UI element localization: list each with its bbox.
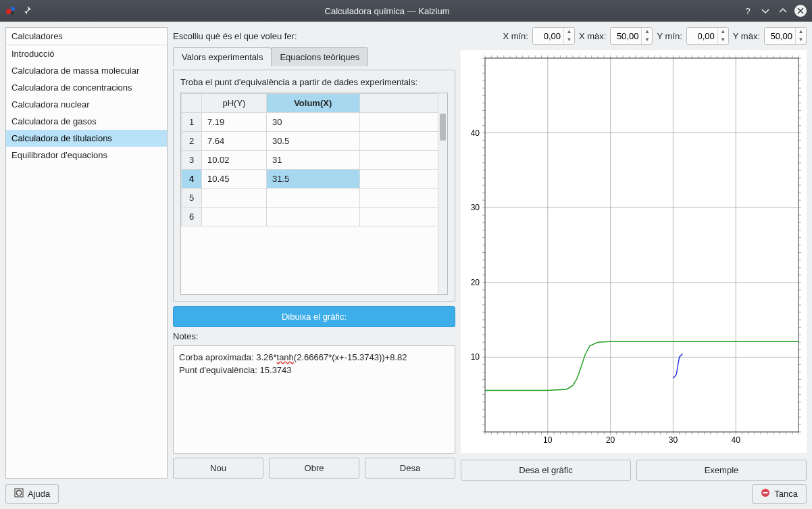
svg-text:20: 20 — [471, 278, 480, 287]
down-arrow-icon[interactable]: ▼ — [564, 36, 574, 44]
svg-point-1 — [11, 7, 15, 11]
down-arrow-icon[interactable]: ▼ — [796, 36, 806, 44]
row-head[interactable]: 6 — [182, 208, 202, 226]
svg-rect-223 — [485, 58, 798, 432]
col-empty — [359, 94, 447, 113]
xmin-input[interactable] — [533, 31, 563, 41]
xmax-label: X màx: — [579, 31, 606, 41]
save-button[interactable]: Desa — [365, 458, 455, 479]
pin-icon[interactable] — [20, 5, 32, 17]
row-head[interactable]: 1 — [182, 113, 202, 132]
up-arrow-icon[interactable]: ▲ — [642, 28, 652, 36]
ymax-spin[interactable]: ▲▼ — [764, 27, 807, 45]
sidebar-item[interactable]: Calculadora nuclear — [6, 96, 167, 113]
open-button[interactable]: Obre — [269, 458, 359, 479]
xmin-label: X mín: — [503, 31, 528, 41]
cell-ph[interactable]: 10.45 — [202, 170, 267, 189]
down-arrow-icon[interactable]: ▼ — [642, 36, 652, 44]
svg-text:10: 10 — [543, 435, 553, 445]
tab-page: Troba el punt d'equivalència a partir de… — [173, 70, 455, 302]
tab-intro: Troba el punt d'equivalència a partir de… — [180, 77, 448, 87]
svg-text:20: 20 — [606, 435, 615, 445]
help-button[interactable]: Ajuda — [5, 484, 59, 504]
down-arrow-icon[interactable]: ▼ — [718, 36, 728, 44]
chart: 1020304010203040 — [461, 50, 807, 453]
col-vol[interactable]: Volum(X) — [266, 94, 359, 113]
titlebar: Calculadora química — Kalzium ? — [0, 0, 812, 22]
ymin-spin[interactable]: ▲▼ — [686, 27, 729, 45]
help-icon[interactable]: ? — [742, 5, 754, 17]
up-arrow-icon[interactable]: ▲ — [564, 28, 574, 36]
close-icon[interactable] — [794, 5, 807, 17]
help-icon — [14, 488, 24, 500]
sidebar-item[interactable]: Calculadora de massa molecular — [6, 62, 167, 79]
close-dialog-icon — [761, 488, 770, 500]
sidebar-item[interactable]: Calculadora de concentracions — [6, 79, 167, 96]
sidebar: Calculadores IntroduccióCalculadora de m… — [5, 27, 168, 479]
cell-vol[interactable]: 30.5 — [266, 132, 359, 151]
cell-ph[interactable] — [202, 208, 267, 226]
ymin-input[interactable] — [687, 31, 717, 41]
cell-vol[interactable] — [266, 189, 359, 208]
data-table-holder: pH(Y) Volum(X) 1 7.19 30 2 7.64 30.5 3 1… — [180, 93, 448, 295]
sidebar-item[interactable]: Introducció — [6, 45, 167, 62]
notes-box[interactable]: Corba aproximada: 3.26*tanh(2.66667*(x+-… — [173, 345, 455, 454]
cell-ph[interactable]: 7.64 — [202, 132, 267, 151]
minimize-icon[interactable] — [759, 5, 771, 17]
window-title: Calculadora química — Kalzium — [32, 6, 742, 16]
col-ph[interactable]: pH(Y) — [202, 94, 267, 113]
sidebar-item[interactable]: Calculadora de gasos — [6, 113, 167, 130]
xmin-spin[interactable]: ▲▼ — [532, 27, 575, 45]
tab-experimental[interactable]: Valors experimentals — [173, 47, 272, 66]
row-head[interactable]: 3 — [182, 151, 202, 170]
sidebar-title: Calculadores — [6, 28, 167, 45]
maximize-icon[interactable] — [777, 5, 789, 17]
cell-vol[interactable]: 31.5 — [266, 170, 359, 189]
table-scrollbar[interactable] — [438, 93, 447, 294]
tabbar: Valors experimentals Equacions teòriques — [173, 47, 455, 66]
sidebar-item[interactable]: Equilibrador d'equacions — [6, 147, 167, 164]
ymin-label: Y mín: — [657, 31, 682, 41]
corner-cell — [182, 94, 202, 113]
cell-ph[interactable]: 10.02 — [202, 151, 267, 170]
cell-vol[interactable]: 30 — [266, 113, 359, 132]
notes-label: Notes: — [173, 331, 455, 341]
sidebar-item[interactable]: Calculadora de titulacions — [6, 130, 167, 147]
svg-rect-227 — [763, 492, 768, 493]
xmax-spin[interactable]: ▲▼ — [610, 27, 653, 45]
row-head[interactable]: 2 — [182, 132, 202, 151]
svg-text:30: 30 — [471, 203, 480, 212]
draw-button[interactable]: Dibuixa el gràfic: — [173, 306, 455, 327]
new-button[interactable]: Nou — [173, 458, 263, 479]
svg-point-2 — [11, 11, 14, 14]
ymax-input[interactable] — [765, 31, 795, 41]
cell-vol[interactable]: 31 — [266, 151, 359, 170]
xmax-input[interactable] — [611, 31, 641, 41]
up-arrow-icon[interactable]: ▲ — [718, 28, 728, 36]
up-arrow-icon[interactable]: ▲ — [796, 28, 806, 36]
ymax-label: Y màx: — [733, 31, 760, 41]
save-chart-button[interactable]: Desa el gràfic — [461, 460, 631, 481]
svg-text:40: 40 — [732, 435, 741, 445]
cell-ph[interactable]: 7.19 — [202, 113, 267, 132]
cell-vol[interactable] — [266, 208, 359, 226]
prompt-label: Escolliu què és el que voleu fer: — [173, 31, 499, 41]
cell-ph[interactable] — [202, 189, 267, 208]
app-icon — [5, 5, 16, 18]
example-button[interactable]: Exemple — [636, 460, 807, 481]
row-head[interactable]: 5 — [182, 189, 202, 208]
svg-text:40: 40 — [471, 128, 480, 138]
svg-text:10: 10 — [471, 352, 480, 362]
close-button[interactable]: Tanca — [752, 484, 807, 504]
sidebar-list: IntroduccióCalculadora de massa molecula… — [6, 45, 167, 478]
svg-text:30: 30 — [669, 435, 678, 445]
row-head[interactable]: 4 — [182, 170, 202, 189]
data-table[interactable]: pH(Y) Volum(X) 1 7.19 30 2 7.64 30.5 3 1… — [181, 93, 447, 226]
tab-theoretical[interactable]: Equacions teòriques — [271, 47, 368, 66]
